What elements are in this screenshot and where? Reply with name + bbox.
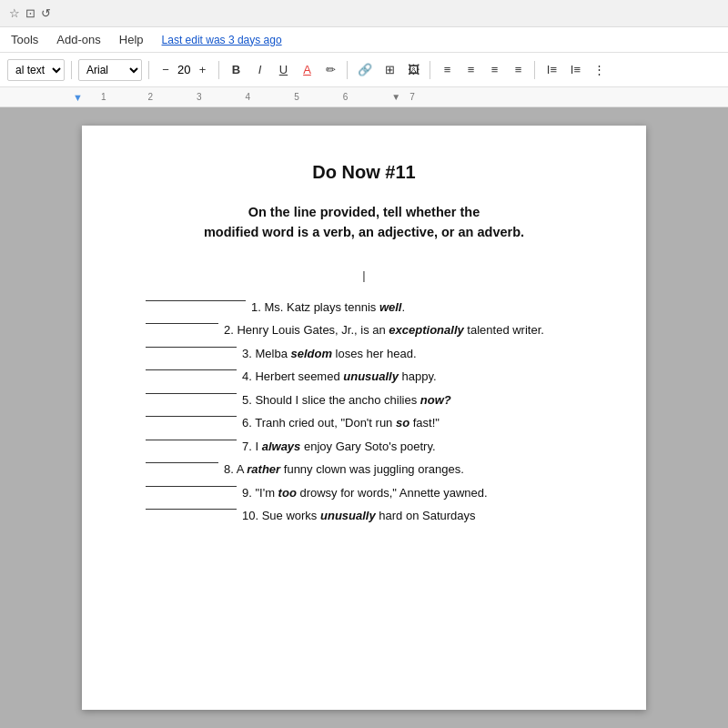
- answer-line-10: [146, 509, 237, 510]
- style-select[interactable]: al text: [7, 59, 65, 81]
- line-spacing-btn[interactable]: I≡: [541, 59, 561, 81]
- more-btn[interactable]: ⋮: [589, 59, 609, 81]
- separator-6: [534, 61, 535, 79]
- menu-addons[interactable]: Add-ons: [53, 31, 104, 48]
- answer-line-3: [146, 347, 237, 348]
- font-size-increase[interactable]: +: [192, 59, 212, 81]
- q-text-3: 3. Melba seldom loses her head.: [242, 345, 582, 363]
- question-list: 1. Ms. Katz plays tennis well. 2. Henry …: [146, 298, 582, 525]
- q-text-7: 7. I always enjoy Gary Soto's poetry.: [242, 438, 582, 456]
- question-item-4: 4. Herbert seemed unusually happy.: [146, 368, 582, 386]
- separator-5: [430, 61, 430, 79]
- document: Do Now #11 On the line provided, tell wh…: [82, 126, 646, 710]
- font-color-button[interactable]: A: [297, 59, 317, 81]
- font-size-value: 20: [177, 63, 190, 76]
- highlight-button[interactable]: ✏: [320, 59, 340, 81]
- link-button[interactable]: 🔗: [354, 59, 376, 81]
- top-bar-icons: ☆ ⊡ ↺: [9, 6, 51, 20]
- question-item-8: 8. A rather funny clown was juggling ora…: [146, 460, 582, 479]
- align-center-btn[interactable]: ≡: [460, 59, 480, 81]
- answer-line-4: [146, 369, 237, 370]
- answer-line-5: [146, 393, 237, 394]
- cloud-icon[interactable]: ↺: [41, 6, 51, 20]
- question-item-3: 3. Melba seldom loses her head.: [146, 345, 582, 363]
- doc-instruction: On the line provided, tell whether the m…: [146, 203, 582, 243]
- answer-line-8: [146, 462, 218, 463]
- doc-area: Do Now #11 On the line provided, tell wh…: [0, 107, 728, 728]
- q-text-4: 4. Herbert seemed unusually happy.: [242, 368, 582, 386]
- question-item-10: 10. Sue works unusually hard on Saturday…: [146, 507, 582, 525]
- align-left-btn[interactable]: ≡: [437, 59, 457, 81]
- separator-2: [148, 61, 149, 79]
- toolbar: al text Arial − 20 + B I U A ✏ 🔗 ⊞ 🖼 ≡ ≡…: [0, 53, 728, 87]
- question-item-5: 5. Should I slice the ancho chilies now?: [146, 391, 582, 410]
- font-size-area: − 20 +: [156, 59, 212, 81]
- question-item-2: 2. Henry Louis Gates, Jr., is an excepti…: [146, 321, 582, 339]
- doc-title: Do Now #11: [146, 162, 582, 183]
- answer-line-9: [146, 486, 237, 487]
- underline-button[interactable]: U: [273, 59, 293, 81]
- comment-button[interactable]: ⊞: [379, 59, 399, 81]
- bold-button[interactable]: B: [226, 59, 246, 81]
- separator-3: [218, 61, 219, 79]
- menu-help[interactable]: Help: [116, 31, 147, 48]
- folder-icon[interactable]: ⊡: [25, 6, 35, 20]
- cursor-indicator: |: [146, 268, 582, 282]
- indent-btn[interactable]: I≡: [565, 59, 585, 81]
- italic-button[interactable]: I: [249, 59, 269, 81]
- font-select[interactable]: Arial: [78, 59, 142, 81]
- q-text-10: 10. Sue works unusually hard on Saturday…: [242, 507, 582, 525]
- separator-4: [347, 61, 348, 79]
- star-icon[interactable]: ☆: [9, 6, 20, 20]
- browser-window: ☆ ⊡ ↺ Tools Add-ons Help Last edit was 3…: [0, 0, 728, 728]
- q-text-2: 2. Henry Louis Gates, Jr., is an excepti…: [224, 321, 582, 339]
- q-text-1: 1. Ms. Katz plays tennis well.: [251, 298, 582, 317]
- align-justify-btn[interactable]: ≡: [508, 59, 528, 81]
- question-item-1: 1. Ms. Katz plays tennis well.: [146, 298, 582, 317]
- answer-line-7: [146, 440, 237, 440]
- top-bar: ☆ ⊡ ↺: [0, 0, 728, 27]
- menu-bar: Tools Add-ons Help Last edit was 3 days …: [0, 27, 728, 53]
- question-item-9: 9. "I'm too drowsy for words," Annette y…: [146, 484, 582, 502]
- align-right-btn[interactable]: ≡: [484, 59, 504, 81]
- answer-line-2: [146, 323, 218, 324]
- q-text-9: 9. "I'm too drowsy for words," Annette y…: [242, 484, 582, 502]
- last-edit-label: Last edit was 3 days ago: [158, 32, 286, 48]
- separator-1: [71, 61, 72, 79]
- q-text-5: 5. Should I slice the ancho chilies now?: [242, 391, 582, 410]
- menu-tools[interactable]: Tools: [7, 31, 42, 48]
- answer-line-1: [146, 300, 246, 301]
- q-text-8: 8. A rather funny clown was juggling ora…: [224, 460, 582, 479]
- question-item-6: 6. Tranh cried out, "Don't run so fast!": [146, 414, 582, 432]
- ruler: ▼ 1 2 3 4 5 6 ▼ 7: [0, 87, 728, 107]
- answer-line-6: [146, 416, 237, 417]
- font-size-decrease[interactable]: −: [156, 59, 176, 81]
- image-button[interactable]: 🖼: [403, 59, 423, 81]
- q-text-6: 6. Tranh cried out, "Don't run so fast!": [242, 414, 582, 432]
- question-item-7: 7. I always enjoy Gary Soto's poetry.: [146, 438, 582, 456]
